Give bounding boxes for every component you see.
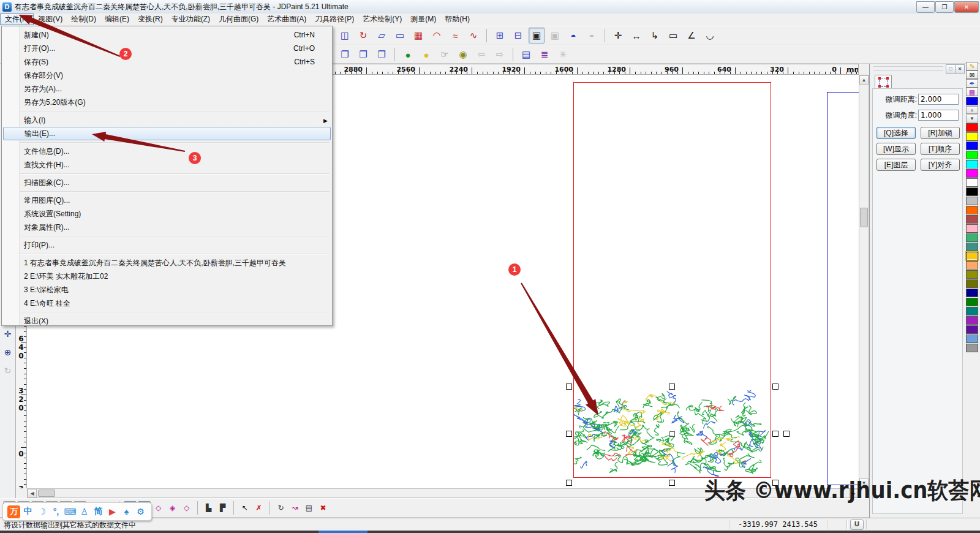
file-menu-item-退出X[interactable]: 退出(X) bbox=[2, 314, 332, 328]
color-swatch[interactable] bbox=[966, 307, 978, 316]
rotate-view-tool-icon[interactable]: ↻ bbox=[2, 365, 14, 377]
color-swatch[interactable] bbox=[966, 233, 978, 242]
color-swatch[interactable] bbox=[966, 187, 978, 196]
color-swatch[interactable] bbox=[966, 344, 978, 352]
palette-scroll-up[interactable]: ▲ bbox=[966, 106, 978, 114]
file-menu-item-1有志者事竟成破釜沉舟百二秦关终属楚[interactable]: 1 有志者事竟成破釜沉舟百二秦关终属楚苦心人,天不负,卧薪尝胆,三千越甲可吞吴 bbox=[2, 256, 332, 270]
put-to-top-icon[interactable]: ▛ bbox=[216, 501, 229, 515]
menubar-item-刀具路径P[interactable]: 刀具路径(P) bbox=[311, 13, 358, 25]
eyedropper-tool-icon[interactable]: ✒ bbox=[966, 79, 978, 88]
ime-skin-icon[interactable]: ♠ bbox=[120, 505, 133, 518]
file-menu-item-另存为A[interactable]: 另存为(A)... bbox=[2, 82, 332, 96]
file-menu-item-另存为520版本G[interactable]: 另存为5.20版本(G) bbox=[2, 96, 332, 109]
rotate-copy-icon[interactable]: ↻ bbox=[355, 28, 371, 43]
color-swatch[interactable] bbox=[966, 252, 978, 260]
selection-handle[interactable] bbox=[783, 431, 790, 437]
zoom-view-tool-icon[interactable]: ⊕ bbox=[2, 346, 14, 358]
put-to-bottom-icon[interactable]: ▙ bbox=[202, 501, 215, 515]
current-color-swatch[interactable] bbox=[966, 97, 978, 105]
file-menu-item-新建N[interactable]: 新建(N)Ctrl+N bbox=[2, 28, 332, 42]
view-next-icon[interactable]: ⇨ bbox=[492, 47, 508, 62]
measure-angle-icon[interactable]: ∠ bbox=[684, 28, 699, 43]
file-menu-item-3E:深松家电[interactable]: 3 E:\深松家电 bbox=[2, 283, 332, 297]
panel-button-W显示[interactable]: [W]显示 bbox=[876, 143, 916, 155]
show-selected-lamp-icon[interactable]: ● bbox=[418, 47, 434, 62]
snap-vertex-icon[interactable]: ◇ bbox=[152, 501, 165, 515]
copy-attach-2-icon[interactable]: ❐ bbox=[355, 47, 371, 62]
menubar-item-变换R[interactable]: 变换(R) bbox=[134, 13, 167, 25]
restore-button[interactable]: ❐ bbox=[935, 1, 954, 13]
selection-handle[interactable] bbox=[669, 480, 675, 486]
compact-region-icon[interactable]: ⊟ bbox=[510, 28, 526, 43]
close-button[interactable]: ✕ bbox=[954, 1, 979, 13]
panel-button-T顺序[interactable]: [T]顺序 bbox=[921, 143, 960, 155]
hscroll-thumb[interactable] bbox=[38, 490, 55, 497]
ime-account-icon[interactable]: ♙ bbox=[78, 505, 91, 518]
ime-cn-en-toggle-icon[interactable]: 中 bbox=[21, 505, 34, 518]
menubar-item-艺术绘制Y[interactable]: 艺术绘制(Y) bbox=[358, 13, 406, 25]
selection-handle[interactable] bbox=[772, 384, 778, 390]
color-swatch[interactable] bbox=[966, 142, 978, 150]
color-swatch[interactable] bbox=[966, 215, 978, 224]
selection-handle[interactable] bbox=[566, 431, 572, 437]
menubar-item-绘制D[interactable]: 绘制(D) bbox=[67, 13, 100, 25]
color-swatch[interactable] bbox=[966, 178, 978, 187]
menubar-item-帮助H[interactable]: 帮助(H) bbox=[440, 13, 474, 25]
pan-view-tool-icon[interactable]: ✛ bbox=[2, 328, 14, 340]
delete-object-icon[interactable]: ✖ bbox=[317, 501, 330, 515]
file-menu-item-输出E[interactable]: 输出(E)... bbox=[3, 127, 331, 140]
color-swatch[interactable] bbox=[966, 298, 978, 306]
measure-arc-icon[interactable]: ◡ bbox=[702, 28, 718, 43]
color-swatch[interactable] bbox=[966, 206, 978, 214]
file-menu-item-打开O[interactable]: 打开(O)...Ctrl+O bbox=[2, 42, 332, 55]
color-swatch[interactable] bbox=[966, 325, 978, 334]
scroll-left-arrow[interactable]: ◀ bbox=[28, 489, 37, 497]
file-menu-item-打印P[interactable]: 打印(P)... bbox=[2, 238, 332, 252]
guide-manager-icon[interactable]: ≣ bbox=[537, 47, 552, 62]
file-menu-item-文件信息D[interactable]: 文件信息(D)... bbox=[2, 145, 332, 158]
panel-button-R加锁[interactable]: [R]加锁 bbox=[921, 127, 960, 139]
shear-icon[interactable]: ▱ bbox=[374, 28, 390, 43]
node-properties-icon[interactable]: ▤ bbox=[303, 501, 315, 515]
file-menu-item-常用图库Q[interactable]: 常用图库(Q)... bbox=[2, 194, 332, 207]
dome-shade-on-icon[interactable]: ◓ bbox=[565, 28, 581, 43]
selection-handle[interactable] bbox=[669, 384, 675, 390]
vertical-scrollbar[interactable]: ▲ ▼ bbox=[859, 75, 869, 488]
measure-path-icon[interactable]: ↳ bbox=[647, 28, 663, 43]
snap-quadrant-icon[interactable]: ◈ bbox=[166, 501, 179, 515]
ungroup-icon[interactable]: ▣ bbox=[547, 28, 563, 43]
nudge-angle-input[interactable] bbox=[918, 110, 959, 121]
panel-close-button[interactable]: ✕ bbox=[955, 64, 965, 74]
color-swatch[interactable] bbox=[966, 289, 978, 297]
render-spray-icon[interactable]: ✳ bbox=[555, 47, 571, 62]
measure-distance-icon[interactable]: ↔ bbox=[628, 28, 644, 43]
mode-badge[interactable]: U bbox=[850, 520, 864, 530]
color-swatch[interactable] bbox=[966, 169, 978, 178]
file-menu-item-扫描图象C[interactable]: 扫描图象(C)... bbox=[2, 176, 332, 189]
measure-point-icon[interactable]: ✛ bbox=[610, 28, 626, 43]
file-menu-item-系统设置Setting[interactable]: 系统设置(Setting) bbox=[2, 207, 332, 221]
color-swatch[interactable] bbox=[966, 224, 978, 233]
vscroll-thumb[interactable] bbox=[860, 208, 868, 227]
expand-region-icon[interactable]: ⊞ bbox=[492, 28, 508, 43]
copy-attach-3-icon[interactable]: ❐ bbox=[374, 47, 390, 62]
mirror-copy-icon[interactable]: ◫ bbox=[337, 28, 353, 43]
secondary-blue-frame[interactable] bbox=[827, 92, 859, 485]
deform-flow-icon[interactable]: ≈ bbox=[447, 28, 463, 43]
panel-button-E图层[interactable]: [E]图层 bbox=[876, 159, 916, 171]
ime-video-icon[interactable]: ▶ bbox=[106, 505, 119, 518]
copy-attach-1-icon[interactable]: ❐ bbox=[337, 47, 353, 62]
color-swatch[interactable] bbox=[966, 123, 978, 132]
ime-full-half-toggle-icon[interactable]: ☽ bbox=[36, 505, 48, 518]
color-swatch[interactable] bbox=[966, 316, 978, 325]
color-swatch[interactable] bbox=[966, 261, 978, 270]
color-swatch[interactable] bbox=[966, 243, 978, 251]
panel-grip-handle[interactable] bbox=[873, 66, 943, 71]
no-fill-tool-icon[interactable]: ⊠ bbox=[966, 70, 978, 79]
file-menu-item-输入I[interactable]: 输入(I)▶ bbox=[2, 113, 332, 127]
pick-start-node-icon[interactable]: ↖ bbox=[238, 501, 251, 515]
bend-arc-icon[interactable]: ◠ bbox=[429, 28, 445, 43]
palette-editor-tool-icon[interactable]: ▦ bbox=[966, 88, 978, 96]
color-swatch[interactable] bbox=[966, 160, 978, 168]
menubar-item-编辑E[interactable]: 编辑(E) bbox=[100, 13, 134, 25]
